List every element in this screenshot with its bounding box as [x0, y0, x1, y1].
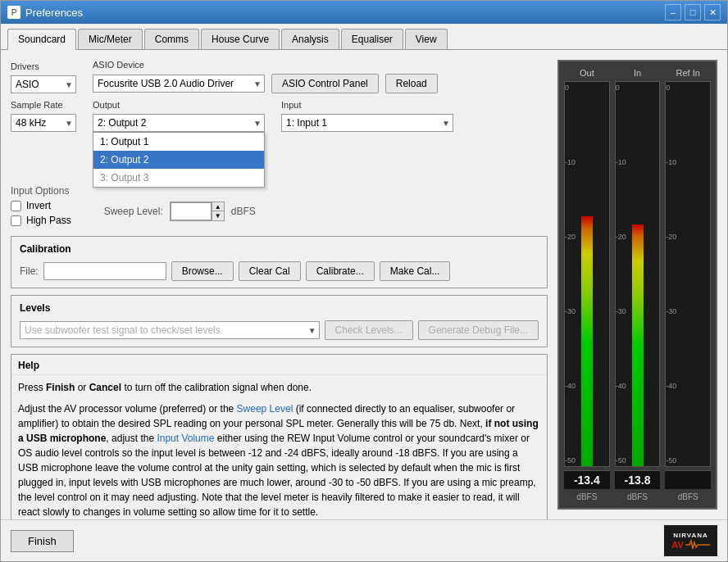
invert-row: Invert	[11, 200, 71, 211]
out-scale: 0 -10 -20 -30 -40 -50	[565, 82, 576, 466]
asio-dropdown-wrapper: Focusrite USB 2.0 Audio Driver ▼	[93, 75, 265, 93]
asio-control-panel-button[interactable]: ASIO Control Panel	[271, 74, 379, 93]
av-text: AV	[671, 540, 683, 550]
input-volume-link[interactable]: Input Volume	[157, 433, 214, 444]
input-dropdown-wrapper: 1: Input 1 ▼	[281, 114, 453, 132]
input-section: Input 1: Input 1 ▼	[281, 100, 453, 132]
help-paragraph2: Adjust the AV processor volume (preferre…	[18, 401, 540, 519]
input-select[interactable]: 1: Input 1	[281, 114, 453, 132]
sweep-up-button[interactable]: ▲	[212, 202, 224, 211]
output-option-2[interactable]: 2: Output 2	[93, 151, 264, 169]
tab-bar: Soundcard Mic/Meter Comms House Curve An…	[1, 24, 727, 50]
left-panel: Drivers ASIO ▼ ASIO Device	[11, 60, 548, 510]
sweep-level-link[interactable]: Sweep Level	[237, 403, 293, 415]
bottom-bar: Finish NIRVANA AV	[1, 519, 727, 561]
tab-analysis[interactable]: Analysis	[281, 29, 339, 49]
levels-select[interactable]: Use subwoofer test signal to check/set l…	[20, 321, 320, 339]
title-bar-left: P Preferences	[7, 6, 83, 19]
asio-row: Focusrite USB 2.0 Audio Driver ▼ ASIO Co…	[93, 74, 548, 93]
output-label: Output	[93, 100, 265, 110]
cal-file-label: File:	[20, 265, 39, 277]
tab-housecurve[interactable]: House Curve	[201, 29, 280, 49]
refin-meter-unit: dBFS	[678, 492, 698, 501]
make-cal-button[interactable]: Make Cal...	[380, 261, 451, 281]
out-meter-bar-container: 0 -10 -20 -30 -40 -50	[564, 81, 610, 467]
drivers-dropdown-wrapper: ASIO ▼	[11, 75, 76, 93]
driver-select[interactable]: ASIO	[11, 75, 76, 93]
sweep-input[interactable]: -12.0	[171, 202, 212, 220]
tab-soundcard[interactable]: Soundcard	[7, 29, 76, 50]
input-options-label: Input Options	[11, 185, 71, 197]
title-bar: P Preferences – □ ✕	[1, 1, 727, 24]
tab-equaliser[interactable]: Equaliser	[341, 29, 403, 49]
output-option-1[interactable]: 1: Output 1	[93, 133, 264, 151]
help-group: Help Press Finish or Cancel to turn off …	[11, 354, 548, 519]
help-content[interactable]: Press Finish or Cancel to turn off the c…	[11, 374, 547, 519]
levels-title: Levels	[20, 302, 539, 314]
output-option-3[interactable]: 3: Output 3	[93, 169, 264, 187]
loopback-sweep-row: Loopback Input Choose a loopback input..…	[11, 140, 548, 172]
top-row: Drivers ASIO ▼ ASIO Device	[11, 60, 548, 93]
asio-device-select[interactable]: Focusrite USB 2.0 Audio Driver	[93, 75, 265, 93]
tab-view[interactable]: View	[405, 29, 448, 49]
sweep-down-button[interactable]: ▼	[212, 211, 224, 220]
refin-meter-value	[665, 470, 711, 489]
maximize-button[interactable]: □	[685, 4, 701, 20]
check-levels-button[interactable]: Check Levels...	[325, 320, 413, 340]
asio-label: ASIO Device	[93, 60, 548, 70]
reload-button[interactable]: Reload	[385, 74, 438, 93]
output-dropdown-wrapper: 2: Output 2 1: Output 1 3: Output 3 ▼ 1:…	[93, 114, 265, 132]
nirvana-text: NIRVANA	[673, 532, 708, 539]
refin-meter: Ref In 0 -10 -20 -30 -40 -50 dBFS	[665, 68, 711, 501]
clear-cal-button[interactable]: Clear Cal	[239, 261, 301, 281]
help-title: Help	[11, 355, 547, 374]
waveform-icon	[685, 539, 710, 551]
out-meter-value: -13.4	[564, 470, 610, 489]
tab-comms[interactable]: Comms	[144, 29, 199, 49]
cal-file-input[interactable]: Scarlet 2i2 Cal.cal	[43, 262, 166, 280]
meters-panel: Out 0 -10 -20 -30 -40 -50	[557, 60, 717, 510]
out-meter-label: Out	[580, 68, 594, 78]
close-button[interactable]: ✕	[704, 4, 721, 20]
invert-label: Invert	[26, 200, 51, 211]
sample-rate-select[interactable]: 48 kHz	[11, 114, 76, 132]
minimize-button[interactable]: –	[665, 4, 681, 20]
asio-section: ASIO Device Focusrite USB 2.0 Audio Driv…	[93, 60, 548, 93]
generate-debug-button[interactable]: Generate Debug File...	[418, 320, 539, 340]
refin-scale: 0 -10 -20 -30 -40 -50	[666, 82, 676, 466]
invert-checkbox[interactable]	[11, 201, 21, 211]
refin-meter-bar-container: 0 -10 -20 -30 -40 -50	[665, 81, 711, 467]
drivers-section: Drivers ASIO ▼	[11, 61, 76, 93]
options-sweep-row: Input Options Invert High Pass Sweep Lev…	[11, 185, 548, 226]
in-meter-bar	[632, 224, 644, 466]
highpass-row: High Pass	[11, 215, 71, 226]
browse-button[interactable]: Browse...	[171, 261, 234, 281]
preferences-window: P Preferences – □ ✕ Soundcard Mic/Meter …	[0, 0, 728, 562]
calibrate-button[interactable]: Calibrate...	[306, 261, 375, 281]
in-meter-bar-container: 0 -10 -20 -30 -40 -50	[615, 81, 661, 467]
out-meter-bar	[581, 216, 593, 466]
window-title: Preferences	[25, 7, 83, 19]
cancel-bold: Cancel	[89, 382, 121, 393]
refin-meter-label: Ref In	[676, 68, 700, 78]
title-controls: – □ ✕	[665, 4, 721, 20]
in-meter-label: In	[634, 68, 641, 78]
finish-button[interactable]: Finish	[11, 530, 74, 552]
output-dropdown-list: 1: Output 1 2: Output 2 3: Output 3	[93, 132, 265, 188]
tab-micmeter[interactable]: Mic/Meter	[78, 29, 143, 49]
levels-group: Levels Use subwoofer test signal to chec…	[11, 295, 548, 347]
meters-row: Out 0 -10 -20 -30 -40 -50	[564, 68, 711, 501]
input-options-section: Input Options Invert High Pass	[11, 185, 71, 226]
not-usb-bold: if not using a USB microphone	[18, 418, 539, 444]
sample-rate-wrapper: 48 kHz ▼	[11, 114, 76, 132]
in-meter-unit: dBFS	[627, 492, 648, 501]
nirvana-logo-bottom: AV	[671, 539, 709, 551]
highpass-checkbox[interactable]	[11, 215, 21, 226]
nirvana-logo: NIRVANA AV	[664, 525, 717, 556]
out-meter-unit: dBFS	[576, 492, 597, 501]
sweep-input-wrapper: -12.0 ▲ ▼	[170, 202, 225, 221]
sample-rate-section: Sample Rate 48 kHz ▼	[11, 100, 76, 132]
output-select[interactable]: 2: Output 2 1: Output 1 3: Output 3	[93, 114, 265, 132]
sweep-label: Sweep Level:	[104, 206, 163, 217]
output-input-row: Sample Rate 48 kHz ▼ Output	[11, 100, 548, 132]
